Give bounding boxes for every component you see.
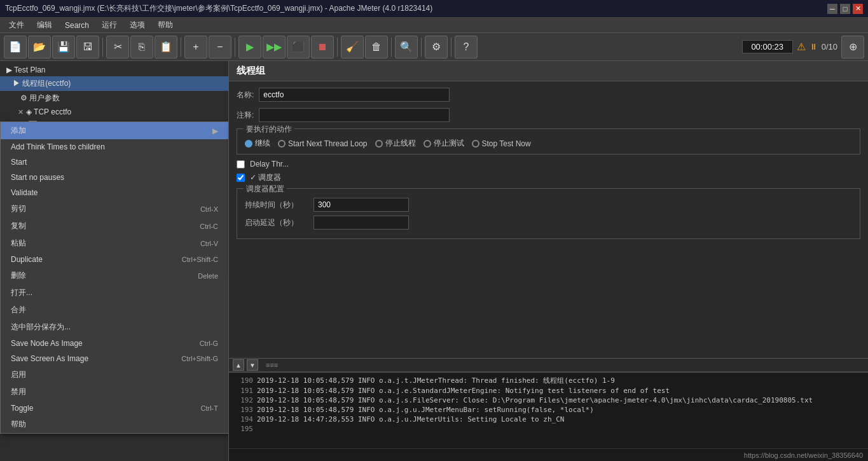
- radio-dot-4: [472, 140, 479, 148]
- menu-item-选项[interactable]: 选项: [123, 18, 151, 32]
- scheduler-label: ✓ 调度器: [250, 172, 281, 183]
- log-scroll-indicator: ≡≡≡: [266, 361, 278, 369]
- log-line-number: 192: [234, 396, 253, 404]
- ctx-item-label: 合并: [11, 305, 26, 315]
- log-line: 1942019-12-18 14:47:28,553 INFO o.a.j.u.…: [234, 415, 863, 424]
- ctx-item-label: Save Node As Image: [11, 339, 83, 348]
- ctx-item-3[interactable]: Start no pauses: [1, 170, 228, 185]
- menu-item-编辑[interactable]: 编辑: [31, 18, 59, 32]
- sampler-name-label: 名称:: [237, 90, 254, 100]
- shutdown-button[interactable]: ⏹: [311, 36, 334, 58]
- sampler-name-input[interactable]: [259, 88, 450, 102]
- ctx-item-14[interactable]: Save Screen As ImageCtrl+Shift-G: [1, 351, 228, 366]
- radio-label-2: 停止线程: [385, 138, 416, 149]
- log-clear-btn[interactable]: ▼: [247, 359, 258, 371]
- radio-item-4[interactable]: Stop Test Now: [472, 139, 531, 148]
- ctx-item-4[interactable]: Validate: [1, 185, 228, 200]
- menu-item-运行[interactable]: 运行: [95, 18, 123, 32]
- name-row: 名称:: [237, 88, 860, 102]
- new-button[interactable]: 📄: [4, 36, 27, 58]
- log-line-number: 191: [234, 387, 253, 395]
- tree-item-用户参数[interactable]: ⚙ 用户参数: [0, 91, 228, 106]
- tree-item-TCP ecctfo[interactable]: ✕ ◈ TCP ecctfo: [0, 106, 228, 118]
- ctx-item-16[interactable]: 禁用: [1, 383, 228, 401]
- ctx-item-12[interactable]: 选中部分保存为...: [1, 319, 228, 336]
- close-button[interactable]: ✕: [853, 4, 863, 14]
- copy-button[interactable]: ⎘: [130, 36, 153, 58]
- clear-all-button[interactable]: 🗑: [365, 36, 388, 58]
- ctx-item-10[interactable]: 打开...: [1, 284, 228, 301]
- sep6: [421, 38, 422, 57]
- collapse-button[interactable]: −: [209, 36, 231, 58]
- log-line-number: 193: [234, 406, 253, 414]
- save-as-button[interactable]: 🖫: [76, 36, 99, 58]
- ctx-item-label: 禁用: [11, 387, 26, 397]
- ctx-item-label: 删除: [11, 270, 26, 281]
- toolbar-timer: 00:00:23 ⚠ ⏸ 0/10 ⊕: [742, 36, 864, 58]
- expand-button[interactable]: +: [184, 36, 207, 58]
- comment-input[interactable]: [259, 108, 450, 122]
- ctx-item-18[interactable]: 帮助: [1, 416, 228, 433]
- startup-delay-input[interactable]: [313, 216, 409, 230]
- ctx-item-9[interactable]: 删除Delete: [1, 267, 228, 284]
- menu-bar: 文件编辑Search运行选项帮助: [0, 18, 868, 33]
- progress-display: 0/10: [822, 42, 837, 52]
- open-button[interactable]: 📂: [28, 36, 51, 58]
- ctx-item-8[interactable]: DuplicateCtrl+Shift-C: [1, 252, 228, 267]
- menu-item-帮助[interactable]: 帮助: [151, 18, 179, 32]
- run-button[interactable]: ▶: [238, 36, 261, 58]
- ctx-item-15[interactable]: 启用: [1, 366, 228, 383]
- search-button[interactable]: 🔍: [395, 36, 418, 58]
- ctx-item-1[interactable]: Add Think Times to children: [1, 139, 228, 155]
- run-no-pause-button[interactable]: ▶▶: [263, 36, 286, 58]
- ctx-item-0[interactable]: 添加▶: [1, 122, 228, 139]
- delay-checkbox[interactable]: [237, 160, 245, 169]
- tree-item-label: ◈ TCP ecctfo: [26, 107, 71, 116]
- menu-item-Search[interactable]: Search: [59, 20, 95, 31]
- log-line-number: 190: [234, 376, 253, 385]
- ctx-item-5[interactable]: 剪切Ctrl-X: [1, 200, 228, 217]
- clear-button[interactable]: 🧹: [341, 36, 364, 58]
- cut-button[interactable]: ✂: [106, 36, 129, 58]
- ctx-item-7[interactable]: 粘贴Ctrl-V: [1, 235, 228, 252]
- remote-start-button[interactable]: ⊕: [841, 36, 864, 58]
- ctx-item-17[interactable]: ToggleCtrl-T: [1, 401, 228, 416]
- paste-button[interactable]: 📋: [155, 36, 177, 58]
- ctx-item-label: Validate: [11, 188, 38, 197]
- log-line-text: 2019-12-18 10:05:48,579 INFO o.a.j.g.u.J…: [257, 406, 594, 414]
- right-panel: 线程组 名称: 注释: 要执行的动作 继续Start Next Thread L…: [229, 61, 868, 461]
- ctx-item-13[interactable]: Save Node As ImageCtrl-G: [1, 336, 228, 351]
- save-button[interactable]: 💾: [52, 36, 75, 58]
- log-area[interactable]: 1902019-12-18 10:05:48,579 INFO o.a.j.t.…: [229, 372, 868, 448]
- maximize-button[interactable]: □: [840, 4, 850, 14]
- log-line-number: 194: [234, 415, 253, 423]
- tree-item-Test Plan[interactable]: ▶ Test Plan: [0, 64, 228, 76]
- ctx-item-label: Toggle: [11, 404, 33, 413]
- minimize-button[interactable]: ─: [827, 4, 837, 14]
- radio-item-0[interactable]: 继续: [245, 138, 270, 149]
- ctx-item-shortcut: Ctrl-V: [200, 240, 218, 247]
- ctx-item-11[interactable]: 合并: [1, 301, 228, 319]
- scheduler-checkbox[interactable]: [237, 174, 245, 182]
- tree-item-线程组(ecctfo)[interactable]: ▶ 线程组(ecctfo): [0, 76, 228, 91]
- menu-item-文件[interactable]: 文件: [3, 18, 31, 32]
- ctx-item-label: 粘贴: [11, 238, 26, 249]
- duration-input[interactable]: [313, 198, 409, 212]
- remote-button[interactable]: ⚙: [425, 36, 448, 58]
- radio-item-1[interactable]: Start Next Thread Loop: [278, 139, 368, 148]
- ctx-item-shortcut: Ctrl+Shift-G: [181, 355, 218, 362]
- scheduler-config-section: 调度器配置 持续时间（秒） 启动延迟（秒）: [237, 188, 860, 239]
- ctx-item-label: 添加: [11, 125, 26, 136]
- panel-content: 名称: 注释: 要执行的动作 继续Start Next Thread Loop停…: [229, 81, 868, 251]
- ctx-item-6[interactable]: 复制Ctrl-C: [1, 217, 228, 235]
- help-button[interactable]: ?: [455, 36, 478, 58]
- duration-label: 持续时间（秒）: [245, 200, 308, 210]
- radio-item-3[interactable]: 停止测试: [424, 138, 464, 149]
- radio-item-2[interactable]: 停止线程: [375, 138, 416, 149]
- log-line: 1912019-12-18 10:05:48,579 INFO o.a.j.e.…: [234, 386, 863, 396]
- ctx-item-2[interactable]: Start: [1, 155, 228, 170]
- context-menu: 添加▶Add Think Times to childrenStartStart…: [0, 121, 229, 434]
- log-scroll-btn[interactable]: ▲: [233, 359, 244, 371]
- scheduler-config-title: 调度器配置: [244, 184, 287, 195]
- stop-button[interactable]: ⬛: [287, 36, 310, 58]
